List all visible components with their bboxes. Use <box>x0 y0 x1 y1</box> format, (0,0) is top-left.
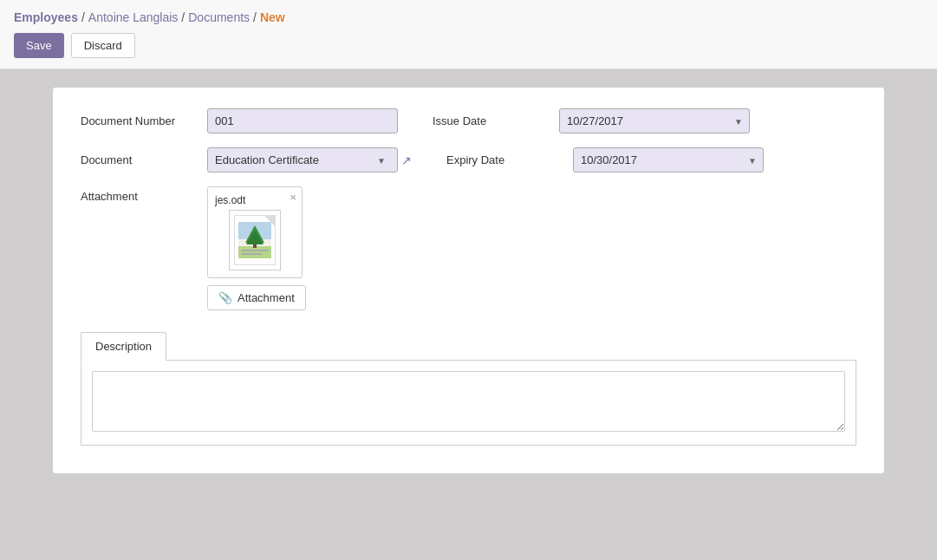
attachment-button[interactable]: 📎 Attachment <box>207 285 306 310</box>
issue-date-group: Issue Date 10/27/2017 ▼ <box>433 108 750 133</box>
attachment-row: Attachment jes.odt × <box>81 186 856 310</box>
issue-date-wrapper: 10/27/2017 ▼ <box>559 108 750 133</box>
issue-date-select[interactable]: 10/27/2017 <box>559 108 750 133</box>
document-number-group: Document Number <box>81 108 398 133</box>
content-area: Document Number Issue Date 10/27/2017 ▼ … <box>0 69 937 488</box>
issue-date-label: Issue Date <box>433 114 545 127</box>
expiry-date-label: Expiry Date <box>446 153 559 166</box>
document-number-label: Document Number <box>81 114 193 127</box>
expiry-date-group: Expiry Date 10/30/2017 ▼ <box>446 147 764 173</box>
svg-rect-7 <box>241 253 262 255</box>
expiry-date-wrapper: 10/30/2017 ▼ <box>573 147 764 173</box>
attachment-filename: jes.odt <box>215 194 245 206</box>
document-group: Document Education Certificate ▼ ↗ <box>81 147 412 173</box>
attachment-label: Attachment <box>81 186 193 203</box>
attachment-icon[interactable] <box>229 210 281 270</box>
document-external-link-icon[interactable]: ↗ <box>401 153 412 167</box>
attachment-content: jes.odt × <box>207 186 306 310</box>
document-label: Document <box>81 153 193 166</box>
svg-rect-2 <box>238 246 271 258</box>
breadcrumb-sep-2: / <box>181 10 185 24</box>
tab-bar: Description <box>81 331 856 361</box>
doc-icon-inner <box>234 215 276 265</box>
discard-button[interactable]: Discard <box>71 33 135 58</box>
form-card: Document Number Issue Date 10/27/2017 ▼ … <box>52 87 885 474</box>
save-button[interactable]: Save <box>14 33 64 58</box>
description-textarea[interactable] <box>92 371 845 432</box>
form-row-1: Document Number Issue Date 10/27/2017 ▼ <box>81 108 856 133</box>
doc-thumbnail-svg <box>238 222 271 258</box>
document-select[interactable]: Education Certificate <box>207 147 398 173</box>
document-number-input[interactable] <box>207 108 398 133</box>
tab-description[interactable]: Description <box>81 332 166 361</box>
breadcrumb-sep-3: / <box>253 10 257 24</box>
tabs-area: Description <box>81 331 856 446</box>
breadcrumb-documents[interactable]: Documents <box>188 10 250 24</box>
attachment-close-icon[interactable]: × <box>290 191 296 204</box>
document-select-wrapper: Education Certificate ▼ ↗ <box>207 147 412 173</box>
expiry-date-select[interactable]: 10/30/2017 <box>573 147 764 173</box>
breadcrumb-person[interactable]: Antoine Langlais <box>88 10 179 24</box>
tab-content-description <box>81 361 856 446</box>
attachment-file-box: jes.odt × <box>207 186 303 278</box>
form-row-2: Document Education Certificate ▼ ↗ Expir… <box>81 147 856 173</box>
breadcrumb: Employees / Antoine Langlais / Documents… <box>14 10 923 24</box>
breadcrumb-new: New <box>260 10 285 24</box>
tab-description-label: Description <box>95 340 152 353</box>
attachment-button-label: Attachment <box>238 291 295 304</box>
toolbar: Save Discard <box>14 33 923 58</box>
breadcrumb-employees[interactable]: Employees <box>14 10 78 24</box>
paperclip-icon: 📎 <box>218 291 232 304</box>
svg-rect-6 <box>241 250 269 251</box>
top-bar: Employees / Antoine Langlais / Documents… <box>0 0 937 69</box>
breadcrumb-sep-1: / <box>81 10 85 24</box>
